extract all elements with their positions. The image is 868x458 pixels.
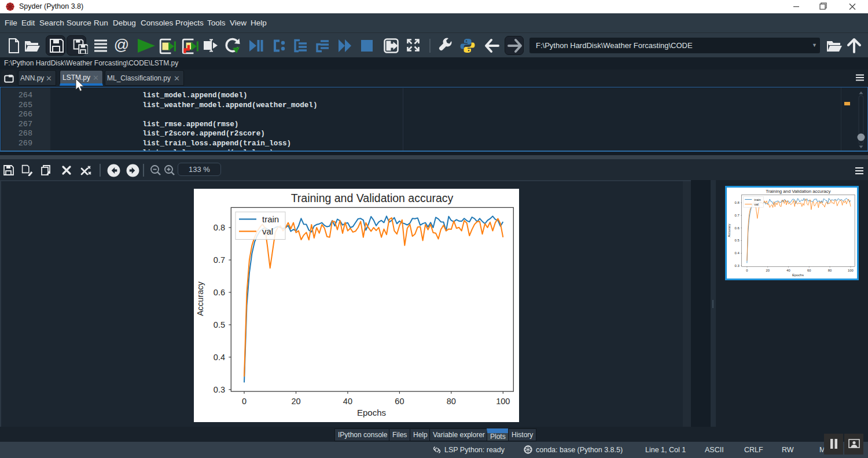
svg-text:0.8: 0.8 <box>735 201 740 204</box>
svg-text:0.3: 0.3 <box>214 385 225 394</box>
svg-text:40: 40 <box>786 269 790 272</box>
svg-text:0: 0 <box>746 269 748 272</box>
svg-text:60: 60 <box>395 397 404 406</box>
svg-text:Accuracy: Accuracy <box>727 223 731 237</box>
svg-text:0.6: 0.6 <box>735 226 740 230</box>
svg-text:0.7: 0.7 <box>735 214 740 217</box>
svg-text:0.3: 0.3 <box>735 264 740 268</box>
svg-text:60: 60 <box>807 269 811 272</box>
svg-text:0.4: 0.4 <box>735 251 740 255</box>
svg-text:80: 80 <box>828 269 832 272</box>
svg-text:Training and Validation accura: Training and Validation accuracy <box>766 189 830 194</box>
svg-text:40: 40 <box>343 397 352 406</box>
svg-text:0.5: 0.5 <box>214 320 225 329</box>
svg-text:Epochs: Epochs <box>357 408 386 417</box>
svg-text:0: 0 <box>242 397 247 406</box>
svg-text:@: @ <box>114 38 129 53</box>
svg-text:100: 100 <box>496 397 510 406</box>
svg-text:Training and Validation accura: Training and Validation accuracy <box>291 192 454 204</box>
svg-text:0.7: 0.7 <box>214 255 225 265</box>
svg-text:Epochs: Epochs <box>792 273 804 277</box>
svg-text:20: 20 <box>766 269 769 272</box>
svg-text:20: 20 <box>291 397 300 406</box>
svg-text:0.8: 0.8 <box>214 223 225 232</box>
svg-text:0.6: 0.6 <box>214 288 225 297</box>
svg-text:0.4: 0.4 <box>214 353 225 362</box>
svg-text:Accuracy: Accuracy <box>196 281 205 316</box>
svg-text:100: 100 <box>848 269 854 272</box>
svg-text:train: train <box>262 214 279 224</box>
svg-text:0.5: 0.5 <box>735 239 740 243</box>
svg-text:val: val <box>754 203 759 206</box>
svg-text:80: 80 <box>447 397 456 406</box>
svg-text:val: val <box>262 226 273 236</box>
svg-text:train: train <box>754 198 761 201</box>
